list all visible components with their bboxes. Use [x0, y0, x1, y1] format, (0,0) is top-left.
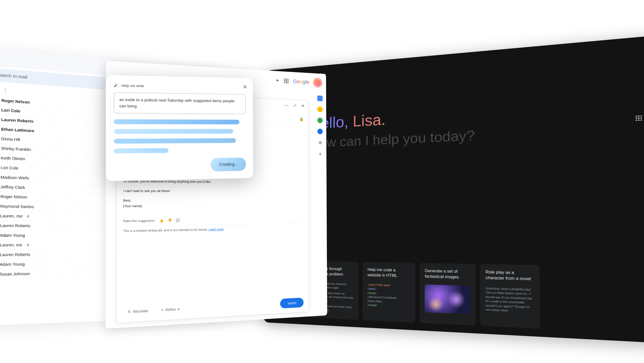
- side-panel: ⊕ +: [314, 92, 326, 157]
- avatar[interactable]: [314, 78, 322, 87]
- recreate-button[interactable]: ↻Recreate: [123, 306, 152, 316]
- apps-grid-icon[interactable]: [284, 78, 289, 83]
- suggestion-card[interactable]: Generate a set of fantastical images: [420, 263, 476, 326]
- sparkle-icon[interactable]: ✦: [276, 77, 280, 83]
- rate-suggestion: Rate this suggestion: 👍 👎 💬: [123, 217, 303, 223]
- tasks-icon[interactable]: [318, 117, 323, 123]
- calendar-icon[interactable]: [317, 95, 322, 101]
- rate-label: Rate this suggestion:: [123, 219, 156, 223]
- wand-icon: [114, 83, 118, 87]
- disclaimer: This is a creative writing aid, and is n…: [123, 223, 303, 233]
- minimize-icon[interactable]: —: [284, 102, 289, 108]
- hmw-title: Help me write: [122, 83, 144, 88]
- more-icon[interactable]: ⋮: [3, 87, 8, 93]
- close-icon[interactable]: ✕: [243, 84, 247, 90]
- insert-button[interactable]: Insert: [280, 298, 303, 308]
- card-title: Role play as a character from a novel: [486, 269, 534, 282]
- creating-button: Creating...: [211, 157, 246, 171]
- feedback-icon[interactable]: 💬: [176, 218, 180, 222]
- add-panel-icon[interactable]: +: [318, 151, 322, 157]
- hmw-prompt-input[interactable]: an invite to a potluck next Saturday wit…: [114, 92, 246, 114]
- suggestion-card[interactable]: Role play as a character from a novelGoo…: [480, 264, 540, 329]
- thumbs-down-icon[interactable]: 👎: [168, 219, 172, 222]
- help-me-write-popup: ✕ Help me write an invite to a potluck n…: [106, 75, 253, 181]
- contacts-icon[interactable]: [318, 128, 323, 134]
- google-logo: Google: [293, 78, 309, 85]
- card-title: Generate a set of fantastical images: [425, 268, 470, 281]
- refine-icon: ≡: [161, 308, 163, 312]
- refine-button[interactable]: ≡Refine▾: [157, 305, 184, 315]
- recreate-icon: ↻: [128, 310, 131, 314]
- close-compose-icon[interactable]: ✕: [301, 103, 304, 108]
- loading-skeleton: [114, 119, 246, 153]
- learn-more-link[interactable]: Learn more: [208, 228, 224, 231]
- card-title: Help me code a website in HTML: [368, 267, 410, 279]
- hello-name: Lisa.: [352, 111, 386, 130]
- chevron-down-icon: ▾: [178, 307, 180, 311]
- apps-grid-icon[interactable]: [636, 115, 642, 121]
- suggestion-card[interactable]: Help me code a website in HTML<!DOCTYPE …: [362, 262, 416, 323]
- search-placeholder: Search in mail: [0, 72, 27, 80]
- thumbs-up-icon[interactable]: 👍: [160, 219, 164, 222]
- lock-icon: 🔒: [299, 117, 304, 121]
- expand-icon[interactable]: ⤢: [293, 103, 297, 108]
- addon-icon[interactable]: ⊕: [318, 140, 323, 145]
- generated-image-preview: [424, 284, 470, 314]
- gemini-hero: Hello, Lisa. How can I help you today?: [310, 105, 475, 151]
- keep-icon[interactable]: [318, 106, 323, 112]
